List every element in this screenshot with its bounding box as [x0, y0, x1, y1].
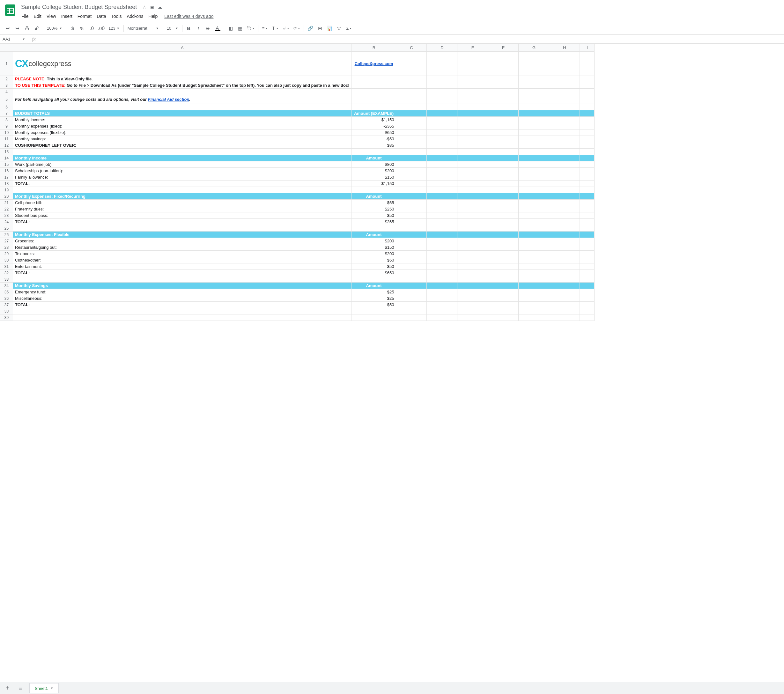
cell[interactable]: [580, 187, 595, 193]
cell[interactable]: [457, 136, 488, 142]
cell[interactable]: [457, 199, 488, 206]
row-header[interactable]: 6: [0, 104, 13, 110]
cell[interactable]: [457, 232, 488, 238]
cell[interactable]: [549, 89, 580, 95]
cell[interactable]: [396, 168, 427, 174]
cell[interactable]: [351, 276, 396, 283]
cell[interactable]: [427, 251, 457, 257]
collegexpress-link[interactable]: CollegeXpress.com: [355, 61, 393, 66]
cell[interactable]: [549, 130, 580, 136]
cell[interactable]: [488, 117, 519, 123]
cell[interactable]: [457, 193, 488, 199]
cell[interactable]: [488, 315, 519, 321]
borders-icon[interactable]: ▦: [236, 24, 245, 33]
cell[interactable]: [457, 123, 488, 130]
cell[interactable]: [457, 76, 488, 82]
cell[interactable]: [427, 206, 457, 213]
cell[interactable]: [457, 308, 488, 315]
cell[interactable]: TOTAL:: [13, 219, 351, 225]
cell[interactable]: [457, 283, 488, 289]
cell[interactable]: [427, 187, 457, 193]
cell[interactable]: [396, 104, 427, 110]
cell[interactable]: [351, 225, 396, 232]
cell[interactable]: [549, 174, 580, 181]
font-size-select[interactable]: 10▼: [165, 24, 180, 33]
cell[interactable]: [351, 95, 396, 104]
cell[interactable]: CXcollegexpress: [13, 52, 351, 76]
cell[interactable]: [457, 52, 488, 76]
cell[interactable]: [519, 168, 549, 174]
cell[interactable]: [488, 148, 519, 155]
cell[interactable]: Monthly Income: [13, 155, 351, 162]
cell[interactable]: [427, 238, 457, 244]
cell[interactable]: [427, 89, 457, 95]
cell[interactable]: [488, 206, 519, 213]
name-box[interactable]: AA1▼: [0, 35, 28, 43]
zoom-select[interactable]: 100%▼: [45, 24, 64, 33]
cell[interactable]: [396, 193, 427, 199]
comment-icon[interactable]: ⊞: [315, 24, 324, 33]
row-header[interactable]: 7: [0, 110, 13, 117]
cell[interactable]: [580, 174, 595, 181]
cell[interactable]: [488, 168, 519, 174]
cell[interactable]: [519, 104, 549, 110]
cell[interactable]: [580, 155, 595, 162]
cell[interactable]: [519, 289, 549, 295]
row-header[interactable]: 2: [0, 76, 13, 82]
cell[interactable]: [519, 308, 549, 315]
cell[interactable]: [580, 302, 595, 308]
row-header[interactable]: 13: [0, 148, 13, 155]
cell[interactable]: [488, 187, 519, 193]
cell[interactable]: [580, 213, 595, 219]
col-header[interactable]: B: [351, 44, 396, 52]
cell[interactable]: [549, 232, 580, 238]
cell[interactable]: [351, 89, 396, 95]
cell[interactable]: [396, 295, 427, 302]
cell[interactable]: [580, 181, 595, 187]
cell[interactable]: [457, 181, 488, 187]
cell[interactable]: [488, 308, 519, 315]
cell[interactable]: [427, 283, 457, 289]
cell[interactable]: [488, 289, 519, 295]
row-header[interactable]: 16: [0, 168, 13, 174]
menu-file[interactable]: File: [19, 12, 31, 20]
cell[interactable]: [457, 251, 488, 257]
cell[interactable]: [549, 283, 580, 289]
document-title[interactable]: Sample College Student Budget Spreadshee…: [19, 3, 139, 11]
formula-input[interactable]: [40, 35, 784, 43]
cell[interactable]: [519, 110, 549, 117]
cell[interactable]: [457, 270, 488, 276]
cell[interactable]: [488, 264, 519, 270]
cell[interactable]: [488, 123, 519, 130]
row-header[interactable]: 23: [0, 213, 13, 219]
cell[interactable]: [396, 219, 427, 225]
wrap-icon[interactable]: ↲▾: [281, 24, 291, 33]
cell[interactable]: [488, 104, 519, 110]
cell[interactable]: [549, 187, 580, 193]
cell[interactable]: [488, 257, 519, 264]
last-edit-link[interactable]: Last edit was 4 days ago: [164, 14, 213, 19]
cell[interactable]: $150: [351, 174, 396, 181]
cell[interactable]: [457, 264, 488, 270]
cell[interactable]: [519, 155, 549, 162]
cell[interactable]: [549, 148, 580, 155]
cell[interactable]: [549, 251, 580, 257]
cell[interactable]: [488, 181, 519, 187]
cell[interactable]: [519, 225, 549, 232]
row-header[interactable]: 14: [0, 155, 13, 162]
cell[interactable]: [549, 264, 580, 270]
cell[interactable]: [519, 270, 549, 276]
cell[interactable]: [427, 213, 457, 219]
cell[interactable]: [457, 276, 488, 283]
cell[interactable]: Monthly Expenses: Flexible: [13, 232, 351, 238]
cell[interactable]: [488, 130, 519, 136]
cell[interactable]: [549, 302, 580, 308]
cell[interactable]: [427, 295, 457, 302]
cell[interactable]: $1,150: [351, 181, 396, 187]
row-header[interactable]: 27: [0, 238, 13, 244]
cell[interactable]: [396, 82, 427, 89]
cell[interactable]: [580, 238, 595, 244]
cell[interactable]: [13, 308, 351, 315]
cell[interactable]: [580, 315, 595, 321]
cell[interactable]: [580, 206, 595, 213]
